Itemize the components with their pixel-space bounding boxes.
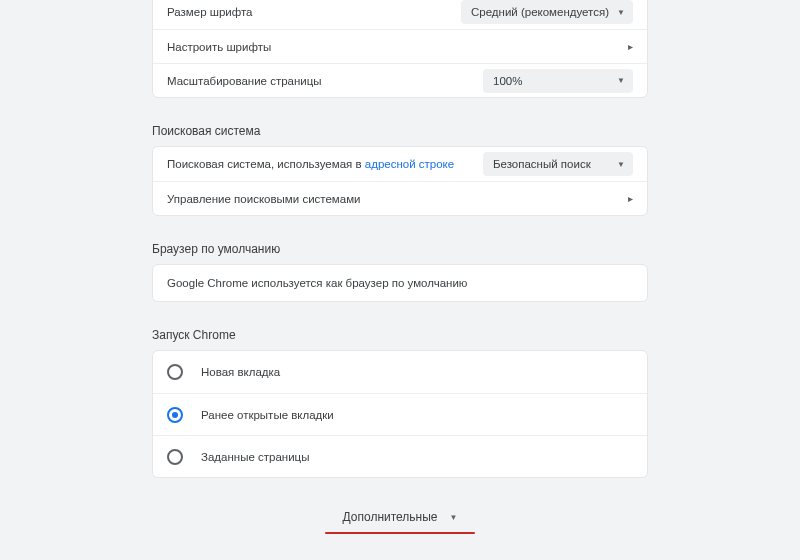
- page-zoom-label: Масштабирование страницы: [167, 75, 322, 87]
- advanced-label: Дополнительные: [343, 510, 438, 524]
- radio-icon[interactable]: [167, 364, 183, 380]
- page-zoom-value: 100%: [493, 75, 522, 87]
- startup-option-label: Ранее открытые вкладки: [201, 409, 334, 421]
- chevron-down-icon: ▼: [450, 513, 458, 522]
- chevron-down-icon: ▼: [617, 76, 625, 85]
- search-engine-card: Поисковая система, используемая в адресн…: [152, 146, 648, 216]
- customize-fonts-row[interactable]: Настроить шрифты ▸: [153, 29, 647, 63]
- address-bar-link[interactable]: адресной строке: [365, 158, 454, 170]
- chevron-right-icon: ▸: [628, 193, 633, 204]
- startup-option-continue[interactable]: Ранее открытые вкладки: [153, 393, 647, 435]
- appearance-card: Размер шрифта Средний (рекомендуется) ▼ …: [152, 0, 648, 98]
- startup-section-title: Запуск Chrome: [152, 328, 648, 342]
- search-engine-dropdown[interactable]: Безопасный поиск ▼: [483, 152, 633, 176]
- page-zoom-dropdown[interactable]: 100% ▼: [483, 69, 633, 93]
- search-engine-row[interactable]: Поисковая система, используемая в адресн…: [153, 147, 647, 181]
- startup-card: Новая вкладка Ранее открытые вкладки Зад…: [152, 350, 648, 478]
- manage-search-engines-row[interactable]: Управление поисковыми системами ▸: [153, 181, 647, 215]
- annotation-underline: [325, 532, 475, 534]
- search-engine-label: Поисковая система, используемая в адресн…: [167, 158, 454, 170]
- font-size-dropdown[interactable]: Средний (рекомендуется) ▼: [461, 0, 633, 24]
- chevron-down-icon: ▼: [617, 8, 625, 17]
- startup-option-label: Новая вкладка: [201, 366, 280, 378]
- default-browser-card: Google Chrome используется как браузер п…: [152, 264, 648, 302]
- default-browser-info: Google Chrome используется как браузер п…: [153, 265, 647, 301]
- chevron-right-icon: ▸: [628, 41, 633, 52]
- search-engine-section-title: Поисковая система: [152, 124, 648, 138]
- font-size-label: Размер шрифта: [167, 6, 253, 18]
- startup-option-new-tab[interactable]: Новая вкладка: [153, 351, 647, 393]
- search-engine-value: Безопасный поиск: [493, 158, 591, 170]
- radio-icon[interactable]: [167, 449, 183, 465]
- font-size-row[interactable]: Размер шрифта Средний (рекомендуется) ▼: [153, 0, 647, 29]
- startup-option-specific-pages[interactable]: Заданные страницы: [153, 435, 647, 477]
- customize-fonts-label: Настроить шрифты: [167, 41, 271, 53]
- font-size-value: Средний (рекомендуется): [471, 6, 609, 18]
- startup-option-label: Заданные страницы: [201, 451, 309, 463]
- advanced-row: Дополнительные ▼: [0, 506, 800, 534]
- advanced-button[interactable]: Дополнительные ▼: [337, 506, 464, 528]
- chevron-down-icon: ▼: [617, 160, 625, 169]
- radio-icon[interactable]: [167, 407, 183, 423]
- manage-search-engines-label: Управление поисковыми системами: [167, 193, 360, 205]
- default-browser-section-title: Браузер по умолчанию: [152, 242, 648, 256]
- page-zoom-row[interactable]: Масштабирование страницы 100% ▼: [153, 63, 647, 97]
